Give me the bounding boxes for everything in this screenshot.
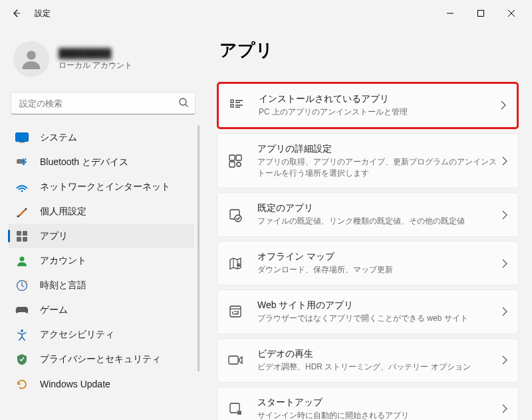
sidebar-item-system[interactable]: システム <box>8 125 194 150</box>
card-subtitle: ダウンロード、保存場所、マップ更新 <box>257 264 497 276</box>
svg-rect-3 <box>16 132 29 141</box>
bluetooth-icon <box>15 155 29 170</box>
card-title: スタートアップ <box>257 397 497 409</box>
avatar <box>13 41 49 77</box>
profile-subtitle: ローカル アカウント <box>59 60 132 71</box>
svg-rect-20 <box>229 162 235 167</box>
advanced-settings-icon <box>227 152 244 170</box>
apps-for-websites-icon <box>227 303 244 320</box>
chevron-right-icon <box>502 355 507 365</box>
sidebar-item-accounts[interactable]: アカウント <box>8 248 194 273</box>
network-icon <box>15 180 29 194</box>
sidebar-item-label: ネットワークとインターネット <box>40 181 170 193</box>
titlebar: 設定 <box>0 0 532 27</box>
nav: システム Bluetooth とデバイス ネットワークとインターネット 個人用設… <box>8 125 198 420</box>
svg-rect-18 <box>229 155 235 160</box>
sidebar-item-label: システム <box>40 132 77 144</box>
sidebar-item-privacy[interactable]: プライバシーとセキュリティ <box>8 347 194 371</box>
sidebar-item-apps[interactable]: アプリ <box>8 224 194 248</box>
svg-point-1 <box>27 51 36 60</box>
sidebar-item-label: 時刻と言語 <box>40 280 86 292</box>
gaming-icon <box>15 303 29 317</box>
page-title: アプリ <box>219 39 519 62</box>
sidebar-item-network[interactable]: ネットワークとインターネット <box>8 174 194 199</box>
privacy-icon <box>15 352 29 367</box>
person-icon <box>19 47 43 71</box>
minimize-icon <box>447 10 454 17</box>
chevron-right-icon <box>502 404 507 413</box>
card-apps-for-websites[interactable]: Web サイト用のアプリ ブラウザーではなくアプリで開くことができる web サ… <box>217 290 519 334</box>
chevron-right-icon <box>501 101 506 110</box>
search-box[interactable] <box>11 92 196 114</box>
offline-maps-icon <box>227 255 244 272</box>
card-subtitle: アプリの取得、アプリのアーカイブ、更新プログラムのアンインストールを行う場所を選… <box>257 156 497 179</box>
maximize-button[interactable] <box>466 3 496 24</box>
sidebar-item-windows-update[interactable]: Windows Update <box>8 371 194 396</box>
time-language-icon: 文 <box>15 278 29 293</box>
sidebar-item-label: アカウント <box>40 255 86 267</box>
card-installed-apps[interactable]: インストールされているアプリ PC 上のアプリのアンインストールと管理 <box>217 82 519 129</box>
svg-point-23 <box>235 215 241 222</box>
card-title: インストールされているアプリ <box>259 93 495 105</box>
close-icon <box>508 10 515 17</box>
sidebar-item-time-language[interactable]: 文 時刻と言語 <box>8 273 194 298</box>
video-playback-icon <box>227 351 244 369</box>
arrow-left-icon <box>11 8 21 19</box>
sidebar-item-bluetooth[interactable]: Bluetooth とデバイス <box>8 150 194 174</box>
card-title: Web サイト用のアプリ <box>257 300 497 312</box>
svg-text:文: 文 <box>24 280 28 284</box>
sidebar-item-label: ゲーム <box>40 304 68 316</box>
search-input[interactable] <box>11 92 196 114</box>
card-video-playback[interactable]: ビデオの再生 ビデオ調整、HDR ストリーミング、バッテリー オプション <box>217 338 519 383</box>
card-startup[interactable]: スタートアップ サインイン時に自動的に開始されるアプリ <box>217 387 519 420</box>
sidebar-item-label: 個人用設定 <box>40 206 86 218</box>
svg-rect-8 <box>17 231 21 236</box>
card-offline-maps[interactable]: オフライン マップ ダウンロード、保存場所、マップ更新 <box>217 241 519 286</box>
svg-rect-16 <box>231 100 233 103</box>
svg-rect-25 <box>229 356 238 364</box>
sidebar-item-label: アプリ <box>40 230 68 242</box>
card-subtitle: ファイルの既定値、リンク種類の既定値、その他の既定値 <box>257 216 497 227</box>
back-button[interactable] <box>5 3 27 24</box>
chevron-right-icon <box>502 307 507 316</box>
windows-update-icon <box>15 377 29 391</box>
card-default-apps[interactable]: 既定のアプリ ファイルの既定値、リンク種類の既定値、その他の既定値 <box>217 192 519 237</box>
card-title: 既定のアプリ <box>257 202 497 214</box>
accounts-icon <box>15 254 29 268</box>
card-subtitle: PC 上のアプリのアンインストールと管理 <box>259 106 495 118</box>
svg-point-12 <box>20 256 25 261</box>
svg-rect-4 <box>19 142 25 143</box>
search-icon <box>178 97 189 108</box>
profile-block[interactable]: ████████ ローカル アカウント <box>8 33 198 89</box>
sidebar-item-gaming[interactable]: ゲーム <box>8 298 194 322</box>
svg-rect-17 <box>231 105 233 107</box>
personalization-icon <box>15 204 29 219</box>
profile-name: ████████ <box>59 48 132 59</box>
sidebar: ████████ ローカル アカウント システム Bluetooth とデバイス <box>0 27 206 420</box>
default-apps-icon <box>227 206 244 224</box>
minimize-button[interactable] <box>435 3 466 24</box>
svg-point-7 <box>17 215 19 217</box>
svg-point-2 <box>180 99 186 105</box>
svg-point-6 <box>21 190 23 192</box>
card-title: オフライン マップ <box>257 251 497 263</box>
window-title: 設定 <box>35 8 51 19</box>
accessibility-icon <box>15 327 29 342</box>
card-subtitle: サインイン時に自動的に開始されるアプリ <box>257 410 497 420</box>
installed-apps-icon <box>228 97 245 114</box>
chevron-right-icon <box>502 156 507 166</box>
close-button[interactable] <box>496 3 527 24</box>
card-subtitle: ブラウザーではなくアプリで開くことができる web サイト <box>257 313 497 324</box>
system-icon <box>15 130 29 145</box>
sidebar-item-label: Bluetooth とデバイス <box>40 156 128 168</box>
sidebar-item-label: アクセシビリティ <box>40 329 114 341</box>
sidebar-item-personalization[interactable]: 個人用設定 <box>8 199 194 224</box>
main-panel: アプリ インストールされているアプリ PC 上のアプリのアンインストールと管理 … <box>206 27 532 420</box>
svg-rect-10 <box>17 237 21 242</box>
svg-rect-11 <box>23 237 27 242</box>
card-title: ビデオの再生 <box>257 348 497 360</box>
apps-icon <box>15 229 29 244</box>
sidebar-item-accessibility[interactable]: アクセシビリティ <box>8 322 194 347</box>
card-advanced-app-settings[interactable]: アプリの詳細設定 アプリの取得、アプリのアーカイブ、更新プログラムのアンインスト… <box>217 133 519 189</box>
maximize-icon <box>477 10 484 17</box>
